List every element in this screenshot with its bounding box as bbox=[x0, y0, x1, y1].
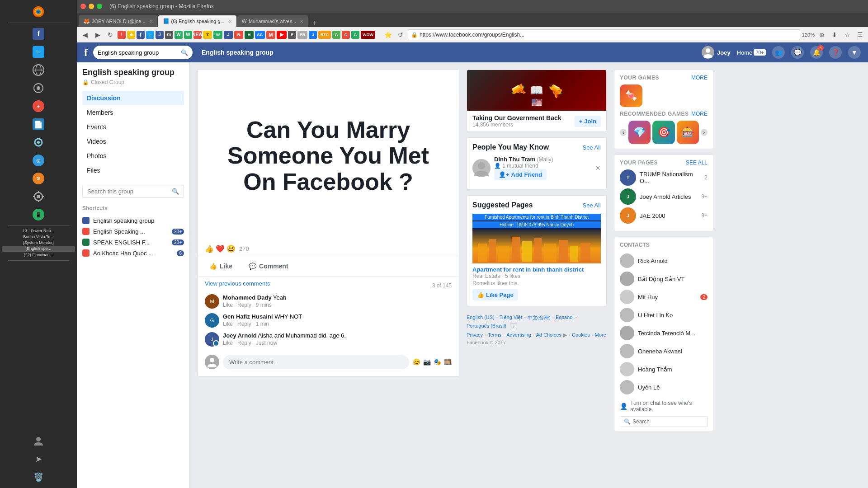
tab-3-close[interactable]: ✕ bbox=[300, 19, 303, 24]
fb-search-input[interactable] bbox=[98, 49, 181, 56]
maximize-button[interactable] bbox=[97, 4, 102, 9]
bm-icon-E[interactable]: E bbox=[288, 31, 296, 39]
add-friend-button[interactable]: 👤+ Add Friend bbox=[494, 169, 547, 180]
bm-icon-W3[interactable]: W bbox=[213, 31, 222, 39]
bm-icon-SC[interactable]: SC bbox=[255, 31, 265, 39]
view-prev-comments[interactable]: View previous comments bbox=[205, 280, 270, 287]
bm-icon-WOW[interactable]: WOW bbox=[361, 31, 375, 39]
sidebar-item-files[interactable]: Files bbox=[82, 163, 184, 178]
close-button[interactable] bbox=[80, 4, 86, 9]
rec-game-3[interactable]: 🎰 bbox=[677, 121, 699, 144]
like-page-button[interactable]: 👍 Like Page bbox=[472, 289, 518, 300]
os-icon-orange[interactable]: ⚙ bbox=[30, 170, 47, 187]
os-icon-1[interactable]: f bbox=[30, 26, 47, 42]
bm-icon-BTC[interactable]: BTC bbox=[318, 31, 331, 39]
fb-user-nav[interactable]: Joey bbox=[702, 46, 731, 59]
bm-icon-tw[interactable]: 🐦 bbox=[146, 31, 154, 39]
comment-reply-0[interactable]: Reply bbox=[237, 302, 251, 308]
bm-icon-ww[interactable]: W bbox=[175, 31, 183, 39]
zoom-reset[interactable]: ⊕ bbox=[816, 29, 827, 40]
tab-1-close[interactable]: ✕ bbox=[149, 19, 153, 24]
pages-see-all[interactable]: SEE ALL bbox=[686, 160, 708, 166]
contact-row-3[interactable]: U Htet Lin Ko bbox=[620, 306, 708, 324]
rec-games-more[interactable]: MORE bbox=[691, 111, 708, 117]
lang-en[interactable]: English (US) bbox=[467, 314, 495, 321]
os-icon-arrow[interactable]: ➤ bbox=[30, 451, 47, 467]
bm-icon-J3[interactable]: J bbox=[309, 31, 317, 39]
join-button[interactable]: + Join bbox=[575, 116, 601, 127]
comment-like-2[interactable]: Like bbox=[223, 340, 233, 346]
bm-icon-ww2[interactable]: W bbox=[184, 31, 192, 39]
contact-row-2[interactable]: Mit Huy 2 bbox=[620, 288, 708, 306]
pymk-see-all[interactable]: See All bbox=[583, 144, 601, 151]
contact-row-6[interactable]: Hoàng Thắm bbox=[620, 360, 708, 378]
menu-icon[interactable]: ☰ bbox=[854, 29, 865, 40]
os-icon-settings1[interactable] bbox=[30, 80, 47, 96]
rec-games-prev[interactable]: ‹ bbox=[620, 129, 627, 136]
os-icon-green[interactable]: 📱 bbox=[30, 206, 47, 223]
forward-button[interactable]: ▶ bbox=[92, 29, 103, 40]
fb-help-icon[interactable]: ❓ bbox=[829, 46, 842, 59]
bm-icon-EB[interactable]: EB bbox=[297, 31, 307, 39]
bm-icon-yt[interactable]: ▶ bbox=[277, 31, 287, 39]
emoji-icon[interactable]: 😊 bbox=[413, 358, 420, 366]
bm-icon-m[interactable]: m bbox=[165, 31, 173, 39]
fb-friends-icon[interactable]: 👥 bbox=[772, 46, 785, 59]
bm-icon-J[interactable]: J bbox=[156, 31, 164, 39]
footer-cookies[interactable]: Cookies bbox=[572, 332, 590, 338]
footer-more[interactable]: More bbox=[595, 332, 606, 338]
sidebar-item-events[interactable]: Events bbox=[82, 120, 184, 134]
lang-add[interactable]: + bbox=[510, 323, 517, 330]
comment-reply-1[interactable]: Reply bbox=[237, 321, 251, 327]
refresh2[interactable]: ↺ bbox=[395, 29, 406, 40]
sidebar-item-photos[interactable]: Photos bbox=[82, 149, 184, 163]
os-icon-person[interactable] bbox=[30, 433, 47, 449]
comment-reply-2[interactable]: Reply bbox=[237, 340, 251, 346]
candy-crush-icon[interactable]: 🍬 bbox=[620, 84, 642, 107]
fb-dropdown-icon[interactable]: ▼ bbox=[848, 46, 861, 59]
bm-icon-G3[interactable]: G bbox=[351, 31, 359, 39]
footer-terms[interactable]: Terms bbox=[488, 332, 501, 338]
comment-name-1[interactable]: Gen Hafiz Husaini bbox=[223, 313, 273, 320]
back-button[interactable]: ◀ bbox=[80, 29, 90, 40]
lang-zh[interactable]: 中文(台灣) bbox=[528, 314, 551, 321]
sidebar-item-discussion[interactable]: Discussion bbox=[82, 91, 184, 105]
fb-messenger-icon[interactable]: 💬 bbox=[791, 46, 804, 59]
new-tab-button[interactable]: + bbox=[309, 19, 320, 27]
shortcut-item-3[interactable]: Ao Khoac Han Quoc ... 6 bbox=[82, 248, 184, 258]
bookmark-star[interactable]: ⭐ bbox=[382, 29, 393, 40]
os-icon-2[interactable]: 🐦 bbox=[30, 44, 47, 60]
lang-pt[interactable]: Português (Brasil) bbox=[467, 323, 506, 330]
camera-icon[interactable]: 📷 bbox=[423, 358, 431, 366]
contact-search-input[interactable] bbox=[632, 418, 703, 425]
contact-row-5[interactable]: Oheneba Akwasi bbox=[620, 342, 708, 360]
os-icon-document[interactable]: 📄 bbox=[30, 116, 47, 132]
tab-2[interactable]: 📘 (6) English speaking g... ✕ bbox=[158, 15, 236, 27]
lang-es[interactable]: Español bbox=[556, 314, 574, 321]
bm-icon-fb[interactable]: f bbox=[137, 31, 145, 39]
shortcut-item-0[interactable]: English speaking group bbox=[82, 215, 184, 226]
contact-row-7[interactable]: Uyên Lê bbox=[620, 378, 708, 396]
footer-privacy[interactable]: Privacy bbox=[467, 332, 483, 338]
tab-3[interactable]: W Muhammad's wives... ✕ bbox=[237, 15, 308, 27]
rec-games-next[interactable]: › bbox=[701, 129, 708, 136]
lang-vi[interactable]: Tiếng Việt bbox=[500, 314, 523, 321]
footer-ad-choices[interactable]: Ad Choices bbox=[536, 332, 561, 338]
os-icon-blue1[interactable]: ◎ bbox=[30, 152, 47, 169]
bm-icon-J2[interactable]: J bbox=[224, 31, 233, 39]
address-bar[interactable] bbox=[420, 32, 797, 38]
tab-2-close[interactable]: ✕ bbox=[228, 19, 232, 24]
bm-icon-R[interactable]: R bbox=[234, 31, 243, 39]
os-icon-gear[interactable] bbox=[30, 134, 47, 150]
page-item-0[interactable]: T TRUMP Nationalism O... 2 bbox=[620, 169, 708, 186]
bm-icon-2[interactable]: ★ bbox=[127, 31, 135, 39]
suggested-pages-see-all[interactable]: See All bbox=[583, 202, 601, 209]
contact-row-1[interactable]: Bất Động Sản VT bbox=[620, 270, 708, 288]
games-more[interactable]: MORE bbox=[691, 75, 708, 81]
fb-search-icon[interactable]: 🔍 bbox=[181, 49, 188, 56]
page-item-1[interactable]: J Joey Arnold Articles 9+ bbox=[620, 188, 708, 205]
footer-advertising[interactable]: Advertising bbox=[506, 332, 531, 338]
os-icon-trash[interactable]: 🗑️ bbox=[30, 469, 47, 485]
download-icon[interactable]: ⬇ bbox=[829, 29, 840, 40]
bm-icon-new[interactable]: NEW bbox=[193, 31, 202, 39]
